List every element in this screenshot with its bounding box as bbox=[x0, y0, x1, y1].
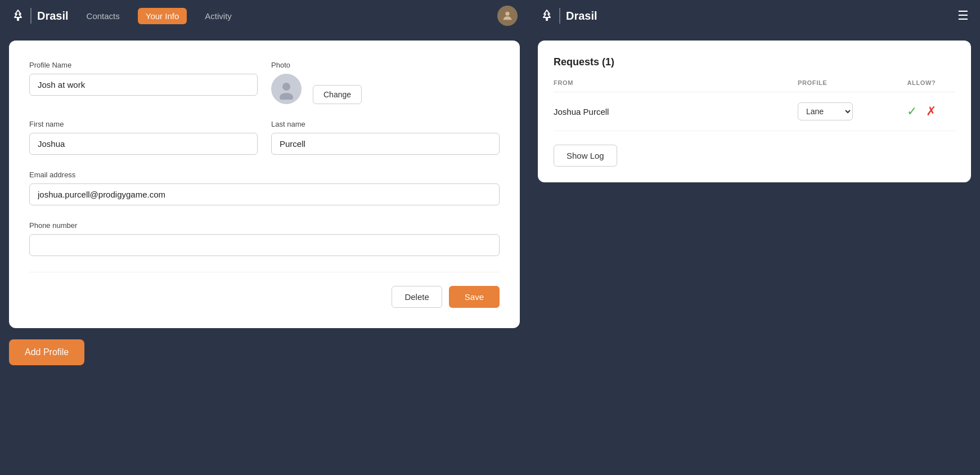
nav-your-info[interactable]: Your Info bbox=[138, 8, 187, 24]
last-name-group: Last name bbox=[271, 120, 500, 155]
tree-icon bbox=[11, 9, 25, 23]
change-photo-button[interactable]: Change bbox=[313, 85, 362, 104]
form-card: Profile Name Photo Change bbox=[9, 41, 520, 328]
profile-name-group: Profile Name bbox=[29, 61, 258, 104]
left-panel: Drasil Contacts Your Info Activity Profi… bbox=[0, 0, 529, 475]
phone-label: Phone number bbox=[29, 221, 500, 230]
phone-input[interactable] bbox=[29, 234, 500, 256]
photo-section: Change bbox=[271, 74, 500, 104]
header-right bbox=[497, 6, 518, 26]
name-row: First name Last name bbox=[29, 120, 500, 155]
phone-section: Phone number bbox=[29, 221, 500, 256]
phone-group: Phone number bbox=[29, 221, 500, 256]
nav-activity[interactable]: Activity bbox=[200, 8, 236, 24]
save-button[interactable]: Save bbox=[449, 286, 500, 308]
col-allow-header: ALLOW? bbox=[888, 79, 955, 86]
app-name-left: Drasil bbox=[37, 10, 69, 23]
requests-table-header: FROM PROFILE ALLOW? bbox=[554, 79, 955, 92]
allow-deny-button[interactable]: ✗ bbox=[926, 104, 936, 119]
requester-name: Joshua Purcell bbox=[554, 107, 798, 116]
profile-select[interactable]: Lane Work Personal bbox=[798, 102, 853, 120]
form-actions: Delete Save bbox=[29, 272, 500, 308]
svg-point-2 bbox=[282, 83, 290, 91]
allow-check-button[interactable]: ✓ bbox=[907, 104, 917, 119]
col-from-header: FROM bbox=[554, 79, 798, 86]
left-header: Drasil Contacts Your Info Activity bbox=[0, 0, 529, 32]
add-profile-button[interactable]: Add Profile bbox=[9, 339, 84, 365]
requests-title: Requests (1) bbox=[554, 56, 955, 68]
show-log-button[interactable]: Show Log bbox=[554, 145, 617, 167]
first-name-input[interactable] bbox=[29, 133, 258, 155]
logo-divider bbox=[30, 8, 32, 24]
nav-contacts[interactable]: Contacts bbox=[82, 8, 124, 24]
left-logo-area: Drasil bbox=[11, 8, 69, 24]
right-logo-area: Drasil bbox=[540, 8, 597, 24]
profile-name-label: Profile Name bbox=[29, 61, 258, 69]
last-name-input[interactable] bbox=[271, 133, 500, 155]
app-name-right: Drasil bbox=[566, 10, 597, 23]
add-profile-area: Add Profile bbox=[9, 328, 520, 365]
right-panel: Drasil ☰ Requests (1) FROM PROFILE ALLOW… bbox=[529, 0, 980, 475]
photo-avatar bbox=[271, 74, 302, 104]
col-profile-header: PROFILE bbox=[798, 79, 888, 86]
profile-photo-row: Profile Name Photo Change bbox=[29, 61, 500, 104]
email-label: Email address bbox=[29, 171, 500, 179]
delete-button[interactable]: Delete bbox=[392, 286, 442, 308]
allow-actions: ✓ ✗ bbox=[888, 104, 955, 119]
svg-point-0 bbox=[505, 12, 509, 16]
photo-group: Photo Change bbox=[271, 61, 500, 104]
hamburger-button[interactable]: ☰ bbox=[957, 8, 969, 23]
profile-select-wrapper: Lane Work Personal bbox=[798, 102, 888, 120]
email-group: Email address bbox=[29, 171, 500, 205]
requests-card: Requests (1) FROM PROFILE ALLOW? Joshua … bbox=[538, 41, 971, 182]
logo-divider-right bbox=[559, 8, 560, 24]
first-name-label: First name bbox=[29, 120, 258, 128]
photo-label: Photo bbox=[271, 61, 500, 69]
tree-icon-right bbox=[540, 9, 554, 23]
left-content: Profile Name Photo Change bbox=[0, 32, 529, 475]
right-header: Drasil ☰ bbox=[529, 0, 980, 32]
last-name-label: Last name bbox=[271, 120, 500, 128]
email-input[interactable] bbox=[29, 183, 500, 205]
default-avatar-icon bbox=[276, 78, 297, 100]
first-name-group: First name bbox=[29, 120, 258, 155]
right-content: Requests (1) FROM PROFILE ALLOW? Joshua … bbox=[529, 32, 980, 475]
email-section: Email address bbox=[29, 171, 500, 205]
table-row: Joshua Purcell Lane Work Personal ✓ ✗ bbox=[554, 92, 955, 131]
avatar-icon bbox=[501, 10, 514, 22]
profile-name-input[interactable] bbox=[29, 74, 258, 96]
user-avatar[interactable] bbox=[497, 6, 518, 26]
